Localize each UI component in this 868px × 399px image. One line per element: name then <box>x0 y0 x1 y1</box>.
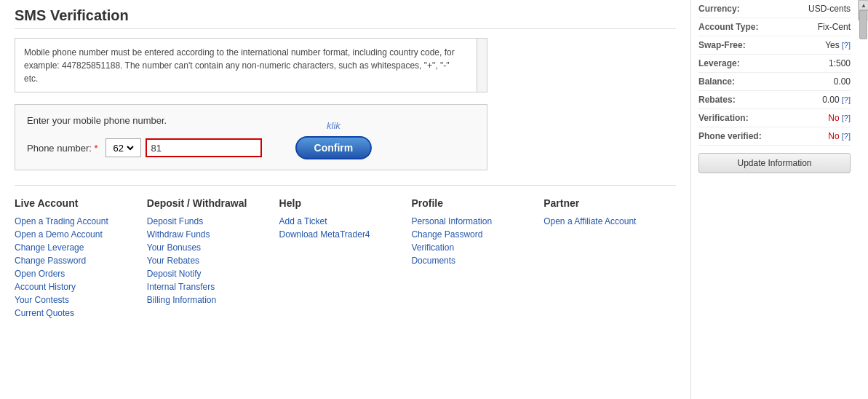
country-code-dropdown[interactable]: 62 1 44 <box>111 142 136 154</box>
footer-link[interactable]: Billing Information <box>147 295 272 305</box>
sidebar-row: Leverage:1:500 <box>698 55 851 73</box>
question-mark[interactable]: [?] <box>840 114 851 122</box>
question-mark[interactable]: [?] <box>840 95 851 104</box>
info-text: Mobile phone number must be entered acco… <box>24 47 455 84</box>
sms-verification-title: SMS Verification <box>15 7 676 29</box>
info-box: Mobile phone number must be entered acco… <box>15 38 487 92</box>
phone-number-input[interactable] <box>146 138 262 157</box>
footer-link[interactable]: Open a Trading Account <box>15 216 140 226</box>
footer-link[interactable]: Verification <box>411 242 536 253</box>
question-mark[interactable]: [?] <box>840 41 851 50</box>
footer-col: Live AccountOpen a Trading AccountOpen a… <box>15 197 147 321</box>
sidebar-row: Account Type:Fix-Cent <box>698 18 851 36</box>
sidebar-rows: Currency:USD-centsAccount Type:Fix-CentS… <box>698 0 851 146</box>
update-information-button[interactable]: Update Information <box>698 153 851 173</box>
footer-link[interactable]: Current Quotes <box>15 308 140 318</box>
info-scrollbar[interactable] <box>477 39 487 92</box>
confirm-btn-wrapper: klik Confirm <box>295 136 373 159</box>
footer-link[interactable]: Add a Ticket <box>279 216 405 226</box>
sidebar-row: Phone verified:No [?] <box>698 127 851 146</box>
sidebar-row: Verification:No [?] <box>698 109 851 127</box>
page-scrollbar[interactable]: ▲ ▼ <box>858 0 868 20</box>
sidebar-row-value: USD-cents <box>808 4 851 14</box>
sidebar-row-value: Fix-Cent <box>818 22 851 32</box>
right-sidebar: Currency:USD-centsAccount Type:Fix-CentS… <box>690 0 858 399</box>
sidebar-row-value: 0.00 [?] <box>822 95 851 105</box>
footer-link[interactable]: Open a Affiliate Account <box>544 216 669 226</box>
footer-link[interactable]: Open a Demo Account <box>15 229 140 240</box>
footer-columns: Live AccountOpen a Trading AccountOpen a… <box>15 197 676 336</box>
footer-link[interactable]: Change Password <box>411 229 536 240</box>
sidebar-row-label: Phone verified: <box>698 131 762 141</box>
phone-form-label: Enter your mobile phone number. <box>27 115 475 126</box>
sidebar-row-value: No [?] <box>828 131 851 141</box>
footer-link[interactable]: Withdraw Funds <box>147 229 272 240</box>
footer-link[interactable]: Your Rebates <box>147 256 272 266</box>
phone-form-box: Enter your mobile phone number. Phone nu… <box>15 104 487 170</box>
sidebar-row: Currency:USD-cents <box>698 0 851 18</box>
footer-link[interactable]: Change Leverage <box>15 242 140 253</box>
sidebar-row-label: Currency: <box>698 4 740 14</box>
footer-link[interactable]: Account History <box>15 282 140 292</box>
confirm-button[interactable]: Confirm <box>295 136 373 159</box>
footer-col: PartnerOpen a Affiliate Account <box>544 197 676 321</box>
footer-col: Deposit / WithdrawalDeposit FundsWithdra… <box>147 197 279 321</box>
footer-col: ProfilePersonal InformationChange Passwo… <box>411 197 544 321</box>
sidebar-row-label: Swap-Free: <box>698 40 746 50</box>
sidebar-row-label: Verification: <box>698 113 749 123</box>
scroll-up-arrow[interactable]: ▲ <box>859 0 868 10</box>
required-star: * <box>95 143 98 154</box>
footer-link[interactable]: Personal Information <box>411 216 536 226</box>
footer-col-title: Live Account <box>15 197 140 209</box>
footer-link[interactable]: Your Contests <box>15 295 140 305</box>
sidebar-row-value: 1:500 <box>829 58 851 68</box>
sidebar-row-label: Leverage: <box>698 58 740 68</box>
footer-col-title: Deposit / Withdrawal <box>147 197 272 209</box>
footer-link[interactable]: Change Password <box>15 256 140 266</box>
footer-col-title: Profile <box>411 197 536 209</box>
footer-link[interactable]: Deposit Notify <box>147 269 272 279</box>
footer-link[interactable]: Download MetaTrader4 <box>279 229 405 240</box>
footer-link[interactable]: Deposit Funds <box>147 216 272 226</box>
sidebar-row: Rebates:0.00 [?] <box>698 91 851 109</box>
scrollbar-thumb[interactable] <box>859 10 867 39</box>
sidebar-row-value: No [?] <box>828 113 851 123</box>
country-code-select[interactable]: 62 1 44 <box>105 138 141 157</box>
footer-col-title: Help <box>279 197 405 209</box>
question-mark[interactable]: [?] <box>840 132 851 141</box>
footer-col-title: Partner <box>544 197 669 209</box>
sidebar-row-label: Rebates: <box>698 95 736 105</box>
footer-link[interactable]: Documents <box>411 256 536 266</box>
sidebar-row-value: 0.00 <box>834 76 851 87</box>
phone-label: Phone number: * <box>27 143 98 154</box>
sidebar-row: Swap-Free:Yes [?] <box>698 36 851 55</box>
footer-link[interactable]: Your Bonuses <box>147 242 272 253</box>
footer-link[interactable]: Internal Transfers <box>147 282 272 292</box>
sidebar-row: Balance:0.00 <box>698 73 851 91</box>
sidebar-row-label: Account Type: <box>698 22 758 32</box>
footer-link[interactable]: Open Orders <box>15 269 140 279</box>
klik-label: klik <box>327 120 341 131</box>
sidebar-row-value: Yes [?] <box>825 40 851 50</box>
footer-col: HelpAdd a TicketDownload MetaTrader4 <box>279 197 412 321</box>
sidebar-row-label: Balance: <box>698 76 735 87</box>
section-divider <box>15 185 676 186</box>
